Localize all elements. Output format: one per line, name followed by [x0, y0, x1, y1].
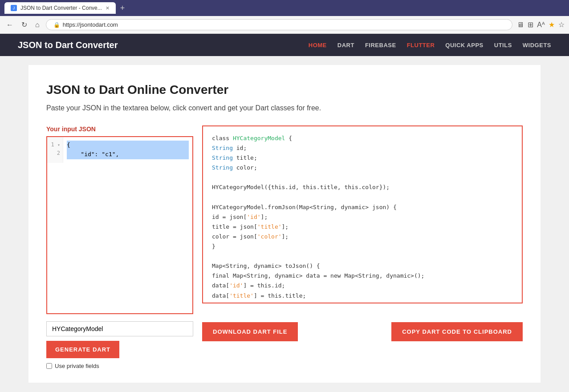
private-fields-label: Use private fields: [55, 363, 99, 369]
new-tab-button[interactable]: +: [118, 4, 127, 13]
output-panel: class HYCategoryModel { String id; Strin…: [202, 125, 523, 303]
site-logo: JSON to Dart Converter: [18, 40, 118, 50]
refresh-button[interactable]: ↻: [20, 19, 29, 31]
private-fields-row: Use private fields: [46, 363, 193, 369]
apps-icon[interactable]: ⊞: [528, 20, 533, 29]
panels: Your input JSON 1 ▾ 2 { "id": "c1", clas…: [46, 125, 523, 314]
json-editor[interactable]: 1 ▾ 2 { "id": "c1",: [46, 136, 193, 314]
tab-close-button[interactable]: ✕: [106, 5, 110, 11]
code-content[interactable]: { "id": "c1",: [63, 137, 192, 163]
site-nav: JSON to Dart Converter HOME DART FIREBAS…: [0, 34, 569, 56]
left-bottom: GENERATE DART Use private fields: [46, 321, 193, 369]
back-button[interactable]: ←: [4, 19, 15, 31]
favorites-icon[interactable]: ★: [549, 20, 555, 29]
tab-favicon: J: [11, 5, 17, 11]
nav-flutter[interactable]: FLUTTER: [407, 42, 435, 48]
bottom-row: GENERATE DART Use private fields DOWNLOA…: [46, 321, 523, 369]
address-bar-row: ← ↻ ⌂ 🔒 https://jsontodart.com 🖥 ⊞ Aᴬ ★ …: [0, 16, 569, 34]
download-dart-button[interactable]: DOWNLOAD DART FILE: [202, 322, 298, 341]
nav-firebase[interactable]: FIREBASE: [365, 42, 396, 48]
line-num-2: 2: [50, 149, 60, 158]
address-bar[interactable]: 🔒 https://jsontodart.com: [46, 19, 513, 30]
right-bottom: DOWNLOAD DART FILE COPY DART CODE TO CLI…: [202, 321, 523, 341]
active-tab[interactable]: J JSON to Dart Converter - Conve... ✕: [4, 2, 116, 14]
nav-home[interactable]: HOME: [309, 42, 327, 48]
reader-icon[interactable]: Aᴬ: [537, 20, 545, 29]
nav-quick-apps[interactable]: QUICK APPS: [445, 42, 483, 48]
main-content: JSON to Dart Online Converter Paste your…: [28, 65, 541, 383]
lock-icon: 🔒: [53, 22, 60, 28]
nav-widgets[interactable]: WIDGETS: [523, 42, 551, 48]
browser-chrome: J JSON to Dart Converter - Conve... ✕ +: [0, 0, 569, 16]
nav-dart[interactable]: DART: [337, 42, 354, 48]
nav-links: HOME DART FIREBASE FLUTTER QUICK APPS UT…: [309, 42, 551, 48]
generate-dart-button[interactable]: GENERATE DART: [46, 341, 119, 358]
home-button[interactable]: ⌂: [33, 19, 41, 31]
url-text: https://jsontodart.com: [63, 21, 118, 28]
tab-title: JSON to Dart Converter - Conve...: [20, 5, 102, 11]
input-label: Your input JSON: [46, 125, 193, 133]
tab-bar: J JSON to Dart Converter - Conve... ✕ +: [4, 2, 126, 14]
line-numbers: 1 ▾ 2: [47, 137, 63, 163]
page-title: JSON to Dart Online Converter: [46, 83, 523, 97]
page-subtitle: Paste your JSON in the textarea below, c…: [46, 104, 523, 112]
browser-actions: 🖥 ⊞ Aᴬ ★ ☆: [517, 20, 565, 29]
copy-dart-button[interactable]: COPY DART CODE TO CLIPBOARD: [391, 322, 523, 341]
collections-icon[interactable]: ☆: [558, 20, 565, 29]
nav-utils[interactable]: UTILS: [494, 42, 512, 48]
monitor-icon[interactable]: 🖥: [517, 21, 524, 29]
private-fields-checkbox[interactable]: [46, 363, 52, 369]
code-line-2: "id": "c1",: [67, 150, 189, 159]
code-line-1: {: [67, 141, 189, 150]
class-name-input[interactable]: [46, 321, 193, 336]
input-panel: Your input JSON 1 ▾ 2 { "id": "c1",: [46, 125, 193, 314]
line-num-1: 1 ▾: [50, 141, 60, 149]
